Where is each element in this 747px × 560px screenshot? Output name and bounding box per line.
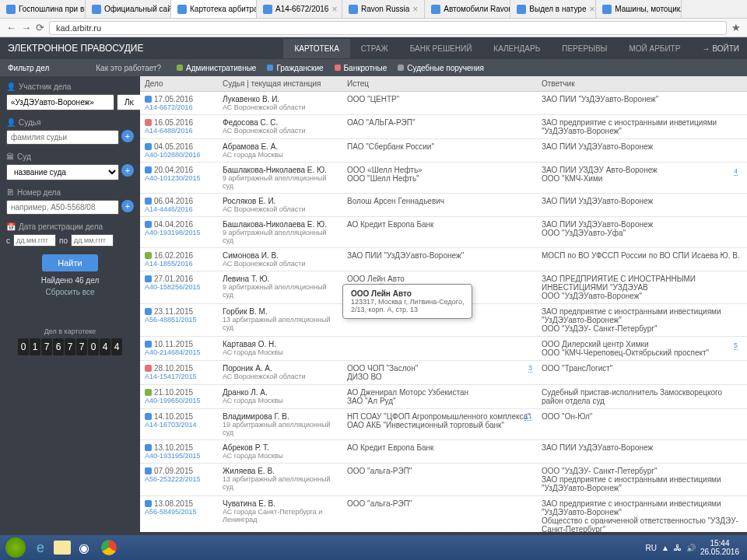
tab-close-icon[interactable]: × [331, 4, 337, 15]
case-number-link[interactable]: А14-4446/2016 [145, 205, 213, 213]
date-to-input[interactable] [71, 234, 114, 247]
case-number-link[interactable]: А40-193195/2015 [145, 452, 213, 460]
table-row[interactable]: 16.05.2016А14-6488/2016Федосова С. С.АС … [140, 115, 747, 139]
defendant-name: ЗАО ПИИ УзДЭУавто-Воронеж [542, 142, 742, 151]
clock[interactable]: 15:44 26.05.2016 [700, 539, 739, 556]
case-number-link[interactable]: А40-214684/2015 [145, 348, 213, 356]
col-plaintiff[interactable]: Истец [342, 76, 537, 91]
more-plaintiffs[interactable]: 3 [528, 364, 532, 373]
reload-icon[interactable]: ⟳ [36, 22, 44, 33]
tray-icon[interactable]: ▲ [661, 544, 669, 552]
col-judge[interactable]: Судья | текущая инстанция [218, 76, 342, 91]
col-defendant[interactable]: Ответчик [537, 76, 747, 91]
add-case-button[interactable]: + [121, 200, 134, 212]
case-number-link[interactable]: А56-48851/2015 [145, 316, 213, 324]
judge-input[interactable] [6, 130, 119, 145]
forward-icon[interactable]: → [21, 22, 31, 33]
back-icon[interactable]: ← [6, 22, 16, 33]
plaintiff-name: ООО ЧОП "Заслон" [347, 364, 532, 373]
date-from-input[interactable] [13, 234, 56, 247]
court-name: 9 арбитражный апелляционный суд [223, 174, 338, 190]
table-row[interactable]: 16.02.2016А14-1855/2016Симонова И. В.АС … [140, 248, 747, 271]
reset-link[interactable]: Сбросить все [6, 288, 134, 296]
more-plaintiffs[interactable]: 11 [524, 412, 532, 421]
defendant-name: ЗАО ПИИ УзДЭУавто-Воронеж [542, 220, 742, 229]
tab-close-icon[interactable]: × [412, 4, 418, 15]
browser-tab[interactable]: Ravon Russia× [342, 0, 425, 18]
tab-favicon [177, 5, 187, 14]
table-row[interactable]: 04.05.2016А40-102880/2016Абрамова Е. А.А… [140, 139, 747, 163]
lang-indicator[interactable]: RU [646, 544, 657, 552]
nav-item[interactable]: КАРТОТЕКА [283, 39, 349, 58]
more-defendants[interactable]: 5 [734, 341, 738, 350]
chrome-icon[interactable] [97, 537, 121, 558]
case-number-link[interactable]: А14-6488/2016 [145, 127, 213, 135]
case-number-link[interactable]: А14-15417/2015 [145, 373, 213, 380]
case-number-link[interactable]: А56-58495/2015 [145, 508, 213, 516]
nav-item[interactable]: БАНК РЕШЕНИЙ [399, 39, 483, 58]
nav-item[interactable]: СТРАЖ [350, 39, 399, 58]
case-date: 07.09.2015 [145, 467, 213, 475]
start-button[interactable] [4, 537, 27, 558]
tab-close-icon[interactable]: × [589, 4, 594, 15]
table-row[interactable]: 13.10.2015А40-193195/2015Абреков Р. Т.АС… [140, 440, 747, 464]
add-judge-button[interactable]: + [121, 130, 134, 142]
table-row[interactable]: 28.10.2015А14-15417/2015Пороник А. А.АС … [140, 361, 747, 385]
table-row[interactable]: 21.10.2015А40-199650/2015Дранко Л. А.АС … [140, 385, 747, 409]
nav-item[interactable]: ПЕРЕРЫВЫ [551, 39, 618, 58]
more-defendants[interactable]: 4 [734, 167, 738, 176]
defendant-name: Судебный пристав-исполнитель Замоскворец… [542, 388, 742, 405]
browser-tab[interactable]: Выдел в натуре× [510, 0, 596, 18]
network-icon[interactable]: 🖧 [674, 544, 682, 552]
case-type-filter[interactable]: Банкротные [335, 64, 388, 72]
bookmark-icon[interactable]: ★ [731, 22, 741, 33]
explorer-icon[interactable] [54, 541, 71, 555]
browser-tab[interactable]: Машины, мотоцикл...× [596, 0, 682, 18]
add-court-button[interactable]: + [121, 164, 134, 177]
table-row[interactable]: 20.04.2016А40-101230/2015Башлакова-Никол… [140, 163, 747, 194]
filter-help-link[interactable]: Как это работает? [96, 64, 161, 72]
browser-tab[interactable]: Автомобили Ravon –× [425, 0, 510, 18]
case-number-link[interactable]: А40-193198/2015 [145, 229, 213, 236]
participant-input[interactable] [6, 94, 114, 110]
table-row[interactable]: 27.01.2016А40-158256/2015Левина Т. Ю.9 а… [140, 271, 747, 304]
ie-icon[interactable]: e [29, 537, 52, 558]
find-button[interactable]: Найти [42, 254, 97, 271]
case-number-link[interactable]: А40-158256/2015 [145, 283, 213, 291]
case-type-filter[interactable]: Административные [177, 64, 256, 72]
court-name: АС Воронежской области [223, 205, 338, 213]
table-row[interactable]: 10.11.2015А40-214684/2015Картавая О. Н.А… [140, 337, 747, 361]
app-nav: КАРТОТЕКАСТРАЖБАНК РЕШЕНИЙКАЛЕНДАРЬПЕРЕР… [283, 39, 691, 58]
browser-tab[interactable]: Официальный сайт |× [86, 0, 171, 18]
case-type-filter[interactable]: Судебные поручения [398, 64, 484, 72]
browser-tab[interactable]: Госпошлина при выш...× [0, 0, 86, 18]
case-number-link[interactable]: А14-6672/2016 [145, 103, 213, 111]
table-row[interactable]: 14.10.2015А14-16703/2014Владимирова Г. В… [140, 409, 747, 440]
case-number-link[interactable]: А56-253222/2015 [145, 475, 213, 483]
case-number-input[interactable] [6, 200, 119, 215]
table-row[interactable]: 07.09.2015А56-253222/2015Жиляева Е. В.13… [140, 464, 747, 496]
url-field[interactable]: kad.arbitr.ru [49, 21, 727, 35]
case-number-link[interactable]: А40-199650/2015 [145, 397, 213, 404]
browser-tab[interactable]: А14-6672/2016× [257, 0, 342, 18]
plaintiff-name: ООО «Шелл Нефть» [347, 166, 532, 174]
case-number-link[interactable]: А14-1855/2016 [145, 260, 213, 268]
court-select[interactable]: название суда [6, 164, 119, 180]
case-number-link[interactable]: А40-101230/2015 [145, 174, 213, 182]
table-row[interactable]: 17.05.2016А14-6672/2016Лукавенко В. И.АС… [140, 92, 747, 115]
case-type-filter[interactable]: Гражданские [267, 64, 323, 72]
case-type-icon [145, 467, 152, 474]
media-icon[interactable]: ◉ [72, 537, 96, 558]
case-number-link[interactable]: А40-102880/2016 [145, 151, 213, 159]
table-row[interactable]: 06.04.2016А14-4446/2016Росляков Е. И.АС … [140, 194, 747, 217]
nav-item[interactable]: МОЙ АРБИТР [618, 39, 691, 58]
table-row[interactable]: 13.08.2015А56-58495/2015Чуватина Е. В.АС… [140, 496, 747, 532]
col-case[interactable]: Дело [140, 76, 218, 91]
nav-item[interactable]: КАЛЕНДАРЬ [482, 39, 551, 58]
browser-tab[interactable]: Картотека арбитраж...× [171, 0, 257, 18]
case-number-link[interactable]: А14-16703/2014 [145, 421, 213, 429]
plaintiff-name: ООО "ЦЕНТР" [347, 95, 532, 103]
table-row[interactable]: 04.04.2016А40-193198/2015Башлакова-Никол… [140, 217, 747, 248]
volume-icon[interactable]: 🔊 [686, 544, 696, 552]
login-button[interactable]: → ВОЙТИ [703, 44, 739, 53]
